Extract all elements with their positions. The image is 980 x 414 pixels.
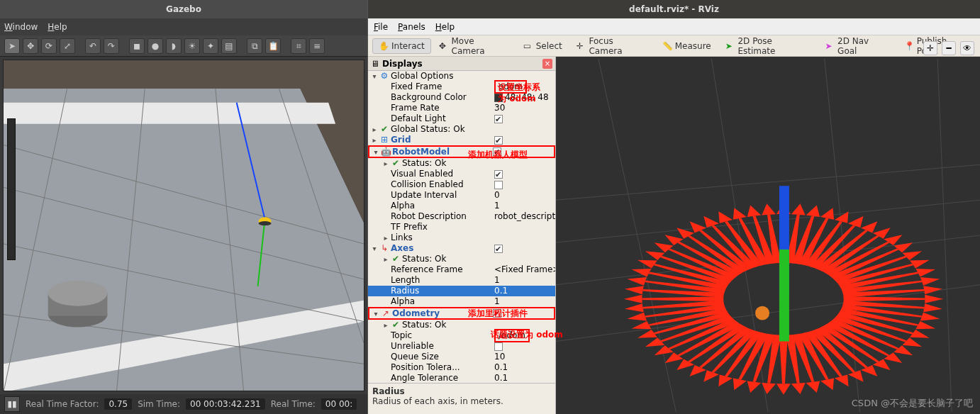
checkbox[interactable] xyxy=(494,342,503,351)
svg-marker-96 xyxy=(637,260,657,269)
remove-view-button[interactable]: ━ xyxy=(942,41,956,55)
arrow-icon: ➤ xyxy=(825,41,835,51)
tool-light-point[interactable]: ☀ xyxy=(184,38,200,54)
property-description: Radius Radius of each axis, in meters. xyxy=(368,383,555,414)
tree-item-odometry[interactable]: ▾↗Odometry xyxy=(368,307,555,320)
displays-tree[interactable]: ▾⚙Global Options Fixed Frameodom Backgro… xyxy=(368,71,555,383)
tree-item-length[interactable]: Length1 xyxy=(368,275,555,286)
svg-marker-58 xyxy=(776,384,791,395)
svg-marker-122 xyxy=(806,206,820,217)
svg-line-23 xyxy=(598,59,676,412)
tree-item-ang-tol[interactable]: Angle Tolerance0.1 xyxy=(368,373,555,383)
tree-item-default-light[interactable]: Default Light xyxy=(368,113,555,124)
tool-light-spot[interactable]: ✦ xyxy=(203,38,218,54)
svg-marker-92 xyxy=(628,277,647,286)
checkbox[interactable] xyxy=(494,170,503,179)
move-icon: ✥ xyxy=(439,41,449,51)
tree-item-grid[interactable]: ▸⊞Grid xyxy=(368,135,555,145)
svg-marker-110 xyxy=(718,211,733,223)
pin-icon: 📍 xyxy=(904,41,914,51)
watermark: CSDN @不会是要长脑子了吧 xyxy=(852,397,973,410)
menu-help[interactable]: Help xyxy=(435,22,455,32)
menu-help[interactable]: HHelpelp xyxy=(48,22,67,32)
tree-item-ref-frame[interactable]: Reference Frame<Fixed Frame> xyxy=(368,264,555,275)
checkbox[interactable] xyxy=(493,309,501,318)
tool-interact[interactable]: ✋Interact xyxy=(372,38,431,54)
tree-item-pos-tol[interactable]: Position Tolera...0.1 xyxy=(368,362,555,373)
tree-item-axes[interactable]: ▾↳Axes xyxy=(368,243,555,254)
add-view-button[interactable]: ✛ xyxy=(923,41,937,55)
tree-item-bg-color[interactable]: Background Color48; 48; 48 xyxy=(368,92,555,103)
tree-item-status-ok[interactable]: ▸✔Status: Ok xyxy=(368,158,555,169)
tree-item-radius[interactable]: Radius0.1 xyxy=(368,286,555,296)
tree-item-collision-enabled[interactable]: Collision Enabled xyxy=(368,179,555,190)
tool-undo[interactable]: ↶ xyxy=(85,38,101,54)
tree-item-visual-enabled[interactable]: Visual Enabled xyxy=(368,169,555,179)
gazebo-viewport[interactable] xyxy=(3,60,364,391)
svg-marker-62 xyxy=(747,381,761,392)
tool-measure[interactable]: 📏Measure xyxy=(656,38,718,54)
tool-cylinder[interactable]: ◗ xyxy=(166,38,182,54)
checkbox[interactable] xyxy=(494,181,503,189)
tree-item-tf-prefix[interactable]: TF Prefix xyxy=(368,222,555,233)
tool-select[interactable]: ▭Select xyxy=(517,38,569,54)
menu-file[interactable]: File xyxy=(374,22,388,32)
gazebo-title: Gazebo xyxy=(0,0,367,18)
tool-scale[interactable]: ⤢ xyxy=(60,38,75,54)
tool-paste[interactable]: 📋 xyxy=(265,38,281,54)
gazebo-panel-tab[interactable] xyxy=(7,118,16,260)
tree-item-frame-rate[interactable]: Frame Rate30 xyxy=(368,103,555,113)
checkbox[interactable] xyxy=(493,147,501,156)
tool-light-dir[interactable]: ▤ xyxy=(221,38,237,54)
svg-marker-32 xyxy=(920,313,940,321)
rviz-viewport[interactable] xyxy=(556,57,980,414)
close-icon[interactable]: × xyxy=(542,59,552,69)
tree-item-topic[interactable]: Topic/odom xyxy=(368,330,555,341)
tree-item-queue-size[interactable]: Queue Size10 xyxy=(368,352,555,362)
tree-item-alpha[interactable]: Alpha1 xyxy=(368,201,555,211)
tool-2d-pose[interactable]: ➤2D Pose Estimate xyxy=(719,33,818,59)
checkbox[interactable] xyxy=(494,245,503,253)
menu-panels[interactable]: Panels xyxy=(398,22,425,32)
svg-marker-50 xyxy=(835,375,849,387)
svg-point-15 xyxy=(259,221,272,225)
svg-marker-130 xyxy=(861,221,877,233)
svg-marker-82 xyxy=(632,321,652,329)
tree-item-global-status[interactable]: ▸✔Global Status: Ok xyxy=(368,124,555,135)
tool-align[interactable]: ≡ xyxy=(309,38,325,54)
arrow-icon: ➤ xyxy=(725,41,735,51)
tool-move-camera[interactable]: ✥Move Camera xyxy=(433,33,516,59)
tool-redo[interactable]: ↷ xyxy=(104,38,119,54)
svg-marker-90 xyxy=(625,286,644,294)
tool-arrow[interactable]: ➤ xyxy=(4,38,20,54)
checkbox[interactable] xyxy=(494,136,503,145)
svg-marker-70 xyxy=(690,365,706,376)
pause-button[interactable]: ▮▮ xyxy=(4,396,20,412)
tool-rotate[interactable]: ⟳ xyxy=(41,38,57,54)
menu-window[interactable]: WWindowindow xyxy=(4,22,38,32)
ruler-icon: 📏 xyxy=(662,41,672,51)
tool-snap[interactable]: ⌗ xyxy=(291,38,306,54)
tool-box[interactable]: ◼ xyxy=(129,38,145,54)
tree-item-robot-desc[interactable]: Robot Descriptionrobot_description xyxy=(368,211,555,222)
tool-sphere[interactable]: ● xyxy=(147,38,163,54)
eye-icon[interactable]: 👁 xyxy=(960,41,974,55)
tool-focus-camera[interactable]: ✛Focus Camera xyxy=(570,33,655,59)
rviz-window: default.rviz* - RViz File Panels Help ✋I… xyxy=(367,0,980,414)
tool-move[interactable]: ✥ xyxy=(23,38,38,54)
tree-item-update-interval[interactable]: Update Interval0 xyxy=(368,190,555,201)
tree-item-robotmodel[interactable]: ▾🤖RobotModel xyxy=(368,145,555,158)
svg-marker-140 xyxy=(910,260,930,269)
tool-2d-nav[interactable]: ➤2D Nav Goal xyxy=(818,33,896,59)
tree-item-alpha2[interactable]: Alpha1 xyxy=(368,296,555,307)
tree-item-status-ok2[interactable]: ▸✔Status: Ok xyxy=(368,254,555,264)
tree-item-unreliable[interactable]: Unreliable xyxy=(368,341,555,352)
tree-item-links[interactable]: ▸Links xyxy=(368,233,555,243)
focus-icon: ✛ xyxy=(577,41,586,51)
tree-item-fixed-frame[interactable]: Fixed Frameodom xyxy=(368,82,555,92)
tool-copy[interactable]: ⧉ xyxy=(247,38,262,54)
hand-icon: ✋ xyxy=(379,41,389,51)
checkbox[interactable] xyxy=(494,115,503,123)
svg-marker-138 xyxy=(903,251,922,260)
realtime-value: 00 00: xyxy=(321,398,357,410)
